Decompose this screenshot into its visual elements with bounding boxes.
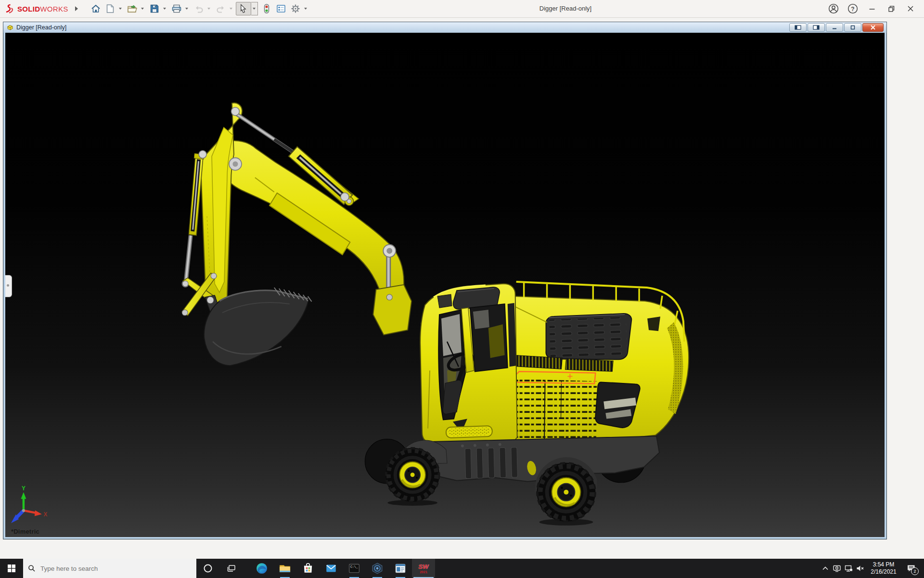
- hexagon-app-icon: [371, 562, 384, 575]
- svg-text:C:\_: C:\_: [350, 565, 358, 569]
- account-button[interactable]: [828, 3, 839, 14]
- taskbar-app-solidworks[interactable]: SW 2021: [412, 559, 435, 578]
- graphics-viewport[interactable]: Y X *Dimetric: [5, 33, 885, 537]
- save-dropdown[interactable]: [162, 2, 168, 15]
- taskbar-app-mail[interactable]: [320, 559, 343, 578]
- user-account-icon: [828, 3, 839, 14]
- network-icon: [845, 565, 853, 572]
- close-button[interactable]: [905, 3, 916, 14]
- orientation-triad[interactable]: Y X: [11, 485, 48, 523]
- options-dropdown[interactable]: [303, 2, 309, 15]
- quick-access-toolbar: [89, 2, 310, 15]
- home-icon: [91, 4, 101, 13]
- boom-dipper[interactable]: [201, 103, 242, 306]
- redo-dropdown[interactable]: [228, 2, 234, 15]
- chassis[interactable]: [401, 436, 659, 493]
- taskbar-search[interactable]: [23, 559, 196, 578]
- document-window: Digger [Read-only]: [3, 22, 887, 539]
- solidworks-app-window: SOLIDWORKS: [0, 0, 924, 578]
- clock-date: 2/16/2021: [866, 568, 901, 576]
- network-button[interactable]: [843, 559, 854, 578]
- undo-button[interactable]: [192, 2, 206, 15]
- document-titlebar[interactable]: Digger [Read-only]: [3, 22, 886, 33]
- action-center-button[interactable]: 2: [901, 559, 921, 578]
- solidworks-taskbar-icon: SW 2021: [419, 564, 429, 574]
- save-button[interactable]: [147, 2, 162, 15]
- properties-button[interactable]: [274, 2, 288, 15]
- properties-list-icon: [277, 5, 285, 13]
- meet-now-button[interactable]: [831, 559, 843, 578]
- grip-dot-icon: [7, 284, 9, 287]
- print-button[interactable]: [169, 2, 184, 15]
- minimize-button[interactable]: [866, 3, 878, 14]
- menu-expand-arrow[interactable]: [75, 6, 78, 11]
- solidworks-logo: SOLIDWORKS: [5, 4, 68, 13]
- bucket-cylinder[interactable]: [182, 153, 204, 287]
- cortana-button[interactable]: [196, 559, 219, 578]
- undo-icon: [194, 5, 204, 13]
- minimize-icon: [869, 5, 875, 12]
- featuremanager-flyout-tab[interactable]: [5, 275, 12, 297]
- system-tray: 3:54 PM 2/16/2021 2: [820, 559, 924, 578]
- file-explorer-icon: [279, 562, 291, 575]
- display-pane-button[interactable]: [808, 23, 825, 32]
- volume-button[interactable]: [854, 559, 866, 578]
- new-document-dropdown[interactable]: [117, 2, 124, 15]
- help-button[interactable]: ?: [847, 3, 859, 14]
- excavator-model[interactable]: Y X: [5, 33, 885, 537]
- print-icon: [172, 4, 181, 13]
- svg-text:?: ?: [851, 6, 854, 13]
- open-dropdown[interactable]: [140, 2, 146, 15]
- taskbar-app-file-explorer[interactable]: [273, 559, 296, 578]
- search-icon: [28, 565, 36, 572]
- taskbar-app-command-prompt[interactable]: C:\_: [343, 559, 366, 578]
- cab-side-window: [470, 304, 508, 371]
- task-view-icon: [226, 564, 236, 573]
- task-view-button[interactable]: [219, 559, 243, 578]
- footstep: [446, 426, 492, 438]
- select-tool-button[interactable]: [236, 2, 251, 15]
- start-button[interactable]: [0, 559, 23, 578]
- select-tool-dropdown[interactable]: [251, 2, 258, 15]
- notification-badge: 2: [911, 567, 919, 575]
- close-icon: [907, 5, 914, 12]
- taskbar-app-3dexperience[interactable]: [366, 559, 389, 578]
- home-button[interactable]: [89, 2, 103, 15]
- featuremanager-pane-button[interactable]: [789, 23, 807, 32]
- tray-chevron-button[interactable]: [820, 559, 831, 578]
- new-document-button[interactable]: [103, 2, 117, 15]
- chevron-up-icon: [822, 565, 829, 571]
- restore-button[interactable]: [886, 3, 897, 14]
- document-window-controls: [789, 23, 884, 32]
- taskbar-app-edge[interactable]: [250, 559, 273, 578]
- front-wheel[interactable]: [385, 448, 439, 506]
- help-icon: ?: [847, 3, 858, 14]
- rear-wheel[interactable]: [537, 463, 596, 525]
- print-dropdown[interactable]: [184, 2, 190, 15]
- taskbar-app-store[interactable]: [296, 559, 320, 578]
- taskbar-clock[interactable]: 3:54 PM 2/16/2021: [866, 561, 901, 576]
- select-cursor-icon: [240, 4, 247, 13]
- windows-start-icon: [7, 564, 16, 573]
- undo-dropdown[interactable]: [206, 2, 212, 15]
- taskbar-app-solidworks-tool[interactable]: [389, 559, 412, 578]
- doc-minimize-button[interactable]: [826, 23, 843, 32]
- command-prompt-icon: C:\_: [348, 562, 360, 575]
- window-app-icon: [394, 562, 407, 575]
- volume-muted-icon: [856, 565, 864, 572]
- doc-restore-icon: [849, 25, 856, 30]
- doc-close-button[interactable]: [862, 23, 884, 32]
- solidworks-logo-icon: [5, 4, 15, 13]
- doc-restore-button[interactable]: [844, 23, 861, 32]
- new-document-icon: [106, 4, 114, 13]
- mail-icon: [325, 562, 337, 575]
- microsoft-store-icon: [302, 562, 314, 575]
- redo-button[interactable]: [214, 2, 228, 15]
- doc-minimize-icon: [831, 25, 838, 30]
- open-button[interactable]: [125, 2, 140, 15]
- search-input[interactable]: [39, 565, 167, 573]
- cab[interactable]: [420, 284, 517, 442]
- gear-icon: [291, 4, 300, 13]
- display-states-button[interactable]: [259, 2, 274, 15]
- options-button[interactable]: [288, 2, 303, 15]
